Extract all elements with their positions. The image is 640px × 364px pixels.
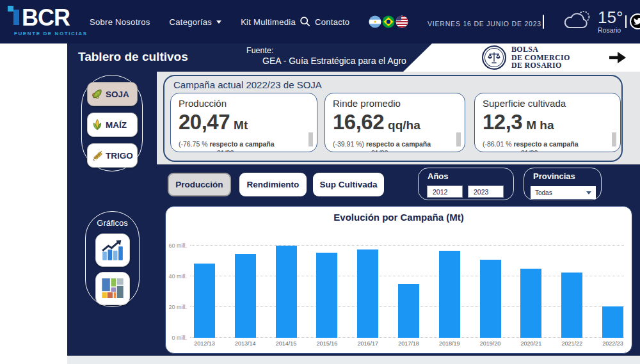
bar-2016/17[interactable] — [357, 249, 378, 338]
nav-divider — [543, 15, 544, 29]
year-to-input[interactable] — [468, 186, 504, 198]
stat-value: 20,47 — [179, 110, 230, 134]
soja-icon — [91, 88, 104, 100]
nav-item-contacto[interactable]: Contacto — [315, 17, 349, 27]
y-axis-tick: 0 mill. — [167, 335, 187, 341]
bar-2015/16[interactable] — [316, 253, 337, 338]
bar-2022/23[interactable] — [602, 306, 623, 338]
twitter-icon[interactable] — [625, 13, 640, 29]
weather-temperature: 15° — [598, 8, 623, 26]
graficos-label: Gráficos — [86, 218, 139, 228]
stat-delta-campaign: 21/22 — [371, 149, 457, 152]
nav-item-kit-multimedia[interactable]: Kit Multimedia — [241, 17, 296, 27]
crop-button-maiz[interactable]: MAÍZ — [87, 113, 138, 137]
stat-delta: (-76.75 %respecto a campaña — [179, 140, 309, 148]
bcr-logo[interactable]: BCR FUENTE DE NOTICIAS — [6, 4, 88, 36]
bar-slot: 2021/22 — [561, 246, 582, 338]
bar-2019/20[interactable] — [480, 260, 501, 338]
y-axis-tick: 60 mill. — [167, 242, 187, 249]
card-scrollbar[interactable] — [612, 132, 616, 146]
x-axis-label: 2013/14 — [235, 340, 256, 347]
bar-2018/19[interactable] — [439, 251, 460, 338]
bar-slot: 2020/21 — [520, 246, 541, 338]
x-axis-label: 2012/13 — [194, 340, 215, 347]
next-arrow-icon[interactable] — [608, 50, 627, 68]
year-from-input[interactable] — [427, 186, 463, 198]
x-axis-label: 2020/21 — [521, 340, 542, 347]
stat-value: 12,3 — [483, 110, 522, 134]
bar-2017/18[interactable] — [398, 284, 419, 338]
crop-button-trigo[interactable]: TRIGO — [87, 143, 138, 168]
treemap-view-button[interactable] — [95, 272, 130, 305]
bar-chart-view-button[interactable] — [95, 233, 130, 267]
bar-slot: 2016/17 — [357, 246, 378, 338]
chevron-down-icon — [216, 20, 221, 24]
argentina-flag-icon[interactable] — [369, 15, 381, 28]
bcr-logo-text: BCR — [22, 7, 70, 29]
chevron-down-icon — [586, 191, 591, 194]
bar-2013/14[interactable] — [235, 254, 256, 338]
source-label: Fuente: — [246, 46, 406, 55]
crop-selector-panel: SOJA MAÍZ TRIGO — [81, 75, 143, 171]
tab-produccion[interactable]: Producción — [168, 173, 231, 196]
x-axis-label: 2015/16 — [317, 340, 338, 347]
bar-slot: 2022/23 — [602, 246, 623, 338]
chart-plot: 2012/132013/142014/152015/162016/172017/… — [194, 246, 623, 338]
stat-delta: (-86.01 %respecto a campaña — [483, 140, 612, 148]
bar-slot: 2015/16 — [316, 246, 337, 338]
x-axis-label: 2022/23 — [602, 340, 623, 347]
y-axis-tick: 40 mill. — [167, 273, 187, 280]
tab-sup-cultivada[interactable]: Sup Cultivada — [313, 173, 384, 196]
trigo-icon — [91, 149, 104, 162]
nav-item-categorias[interactable]: Categorías — [170, 17, 222, 27]
page-footer-strip — [67, 356, 640, 364]
top-navbar: BCR FUENTE DE NOTICIAS Sobre Nosotros Ca… — [0, 0, 640, 44]
bcr-seal-icon — [482, 45, 506, 70]
crop-button-soja[interactable]: SOJA — [87, 82, 138, 106]
weather-widget: 15° Rosario — [561, 8, 623, 34]
card-scrollbar[interactable] — [308, 132, 313, 146]
stat-delta-campaign: 21/22 — [521, 149, 612, 152]
stat-card-superficie: Superficie cultivada 12,3M ha (-86.01 %r… — [474, 93, 621, 152]
bar-2021/22[interactable] — [561, 273, 582, 338]
usa-flag-icon[interactable] — [396, 15, 408, 28]
stat-card-rinde: Rinde promedio 16,62qq/ha (-39.91 %)resp… — [324, 93, 465, 152]
brand-name: BOLSA DE COMERCIO DE ROSARIO — [511, 45, 570, 70]
bcr-brand: BOLSA DE COMERCIO DE ROSARIO — [482, 45, 570, 70]
treemap-icon — [100, 276, 125, 301]
nav-date: VIERNES 16 DE JUNIO DE 2023 — [428, 20, 541, 28]
bar-slot: 2012/13 — [194, 246, 215, 338]
nav-item-sobre-nosotros[interactable]: Sobre Nosotros — [90, 17, 150, 27]
source-block: Fuente: GEA - Guía Estratégica para el A… — [246, 46, 406, 66]
language-flags — [369, 15, 408, 28]
provinces-label: Provincias — [533, 171, 575, 181]
provinces-select[interactable]: Todas — [531, 186, 596, 199]
card-scrollbar[interactable] — [456, 132, 461, 146]
x-axis-label: 2016/17 — [357, 340, 378, 347]
bar-slot: 2017/18 — [398, 246, 419, 338]
bar-chart-icon — [100, 237, 125, 263]
search-icon[interactable] — [300, 16, 310, 29]
bar-2012/13[interactable] — [194, 264, 215, 338]
twitter-divider — [625, 15, 627, 28]
graficos-panel: Gráficos — [85, 211, 140, 307]
bar-slot: 2019/20 — [480, 246, 501, 338]
bar-slot: 2014/15 — [276, 246, 297, 338]
stat-unit: M ha — [526, 118, 554, 132]
weather-city: Rosario — [598, 26, 623, 34]
years-label: Años — [428, 171, 449, 181]
dashboard-title: Tablero de cultivos — [78, 50, 188, 64]
tablero-dashboard: Tablero de cultivos Fuente: GEA - Guía E… — [67, 44, 640, 356]
bar-slot: 2018/19 — [439, 246, 460, 338]
bar-slot: 2013/14 — [235, 246, 256, 338]
nav-menu: Sobre Nosotros Categorías Kit Multimedia… — [90, 0, 349, 44]
evolution-chart-card: Evolución por Campaña (Mt) 0 mill.20 mil… — [165, 206, 632, 354]
bar-2020/21[interactable] — [520, 269, 541, 338]
y-axis-tick: 20 mill. — [167, 304, 187, 310]
campaign-summary-panel: Campaña actual 2022/23 de SOJA Producció… — [163, 75, 623, 162]
bar-2014/15[interactable] — [276, 246, 297, 338]
brazil-flag-icon[interactable] — [382, 15, 395, 28]
tab-rendimiento[interactable]: Rendimiento — [239, 173, 307, 196]
x-axis-label: 2017/18 — [398, 340, 419, 347]
stat-unit: Mt — [234, 118, 248, 132]
